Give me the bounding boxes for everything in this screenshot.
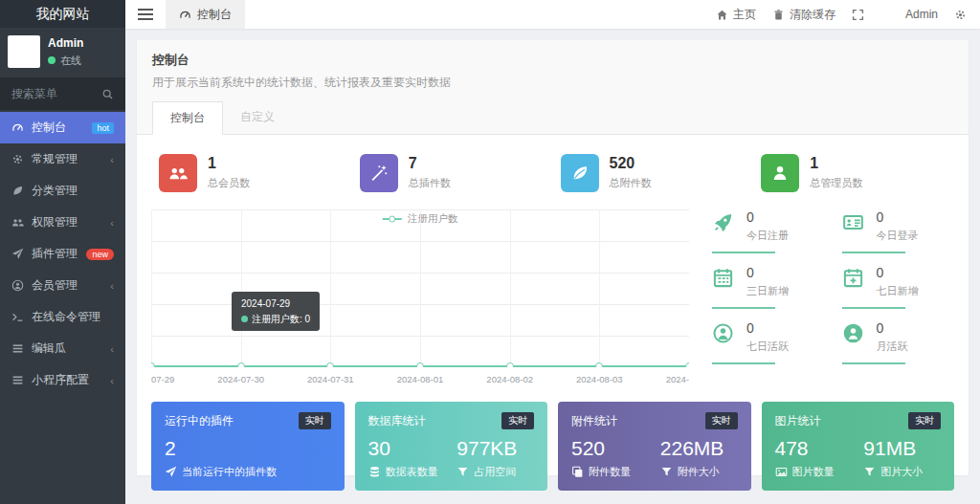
x-tick-label: 2024-08-03	[576, 374, 623, 384]
stats-row: 1总会员数 7总插件数 520总附件数	[151, 150, 954, 202]
dashboard-panel: 控制台 用于展示当前系统中的统计数据、统计报表及重要实时数据 控制台 自定义 1…	[137, 40, 969, 475]
topbar-tab-dashboard[interactable]: 控制台	[166, 0, 245, 29]
gridline	[241, 209, 242, 367]
chart-x-axis: 2024-07-292024-07-302024-07-312024-08-01…	[151, 374, 689, 388]
sidebar-item-plugins[interactable]: 插件管理 new	[0, 238, 125, 270]
magic-wand-icon	[360, 154, 398, 192]
chevron-left-icon: ‹	[110, 343, 114, 355]
sidebar-item-editor[interactable]: 编辑瓜 ‹	[0, 333, 125, 364]
x-tick-label: 2024-07-30	[217, 374, 264, 384]
stat-total-members: 1总会员数	[151, 154, 352, 192]
summary-cards: 运行中的插件实时 2 当前运行中的插件数 数据库统计实时 30977KB 数据表…	[151, 402, 954, 491]
x-tick-label: 2024-07-29	[151, 374, 174, 384]
image-icon	[775, 466, 788, 478]
gridline	[510, 209, 511, 367]
clear-cache-button[interactable]: 清除缓存	[772, 7, 835, 23]
stat-total-admins: 1总管理员数	[753, 154, 954, 192]
stat-label: 总管理员数	[810, 176, 862, 190]
user-status: 在线	[48, 54, 83, 68]
chart-tooltip: 2024-07-29 注册用户数: 0	[232, 292, 320, 331]
stat-value: 520	[610, 155, 652, 172]
realtime-badge: 实时	[501, 412, 534, 429]
underline	[712, 362, 775, 364]
fullscreen-button[interactable]	[852, 9, 864, 21]
data-point-marker[interactable]	[326, 362, 334, 367]
underline	[842, 252, 905, 253]
gridline	[330, 209, 331, 367]
gear-icon	[954, 9, 967, 21]
filter-icon	[863, 466, 876, 478]
card-running-plugins: 运行中的插件实时 2 当前运行中的插件数	[151, 402, 345, 491]
new-badge: new	[86, 249, 114, 260]
stat-value: 7	[409, 155, 451, 172]
tab-custom[interactable]: 自定义	[223, 101, 292, 135]
content: 控制台 用于展示当前系统中的统计数据、统计报表及重要实时数据 控制台 自定义 1…	[125, 29, 980, 504]
main-area: 控制台 主页 清除缓存 Admin 控制台	[125, 0, 980, 504]
id-card-icon	[842, 211, 866, 235]
sidebar-item-category[interactable]: 分类管理	[0, 175, 125, 207]
sidebar-item-online-command[interactable]: 在线命令管理	[0, 301, 125, 333]
leaf-icon	[561, 154, 599, 192]
sidebar-item-permission[interactable]: 权限管理 ‹	[0, 207, 125, 238]
mini-stats-grid: 0今日注册 0今日登录	[712, 209, 954, 388]
terminal-icon	[11, 311, 24, 323]
sidebar-search-input[interactable]: 搜索菜单	[0, 77, 125, 110]
home-icon	[716, 9, 728, 21]
user-outline-icon	[712, 322, 736, 346]
list-icon	[11, 374, 24, 386]
online-dot-icon	[48, 56, 56, 64]
cogs-icon	[11, 153, 24, 165]
card-value: 520	[571, 437, 660, 460]
registered-users-chart[interactable]: 注册用户数 2024-07-29 注册用户数: 0 2024-07-292024…	[151, 209, 689, 388]
data-point-marker[interactable]	[506, 362, 514, 367]
realtime-badge: 实时	[299, 412, 331, 429]
chart-plot-area[interactable]: 注册用户数 2024-07-29 注册用户数: 0	[151, 209, 689, 367]
sidebar-item-miniprogram[interactable]: 小程序配置 ‹	[0, 364, 125, 396]
stat-label: 总插件数	[409, 176, 451, 190]
users-icon	[159, 154, 197, 192]
stat-value: 1	[208, 155, 250, 172]
card-value: 2	[165, 437, 331, 460]
data-point-marker[interactable]	[595, 362, 603, 367]
mini-stat-today-login: 0今日登录	[842, 209, 955, 253]
users-icon	[11, 216, 24, 229]
data-point-marker[interactable]	[416, 362, 424, 367]
user-circle-icon	[11, 279, 24, 292]
search-icon	[101, 88, 114, 100]
sidebar-item-general[interactable]: 常规管理 ‹	[0, 143, 125, 175]
calendar-icon	[712, 267, 736, 291]
chevron-left-icon: ‹	[110, 154, 114, 165]
tab-dashboard[interactable]: 控制台	[152, 101, 223, 135]
hamburger-icon[interactable]	[138, 6, 153, 23]
user-name: Admin	[48, 36, 83, 50]
data-point-marker[interactable]	[151, 362, 155, 367]
sidebar-item-dashboard[interactable]: 控制台 hot	[0, 112, 125, 143]
data-point-marker[interactable]	[685, 362, 689, 367]
panel-header: 控制台 用于展示当前系统中的统计数据、统计报表及重要实时数据 控制台 自定义	[137, 40, 969, 135]
card-value: 478	[775, 437, 864, 460]
settings-button[interactable]	[954, 9, 967, 21]
user-icon	[761, 154, 799, 192]
site-brand: 我的网站	[0, 0, 125, 28]
realtime-badge: 实时	[908, 412, 941, 429]
home-link[interactable]: 主页	[716, 7, 756, 23]
line-marker-icon	[383, 218, 402, 220]
panel-tabs: 控制台 自定义	[152, 101, 953, 134]
card-value2: 91MB	[863, 437, 941, 460]
stat-total-attachments: 520总附件数	[553, 154, 754, 192]
underline	[842, 362, 905, 364]
user-menu[interactable]: Admin	[905, 8, 938, 21]
sidebar-item-members[interactable]: 会员管理 ‹	[0, 270, 125, 301]
trash-icon	[772, 9, 785, 21]
mini-stat-monthly-active: 0月活跃	[842, 320, 955, 364]
topbar: 控制台 主页 清除缓存 Admin	[125, 0, 980, 29]
card-attachment-stats: 附件统计实时 520226MB 附件数量 附件大小	[558, 402, 751, 491]
series-dot-icon	[241, 316, 248, 322]
card-value: 30	[368, 437, 457, 460]
calendar-plus-icon	[842, 267, 866, 291]
gridline	[599, 209, 600, 367]
realtime-badge: 实时	[705, 412, 738, 429]
mini-stat-7day-new: 0七日新增	[842, 265, 955, 309]
data-point-marker[interactable]	[237, 362, 245, 367]
hot-badge: hot	[92, 122, 114, 134]
